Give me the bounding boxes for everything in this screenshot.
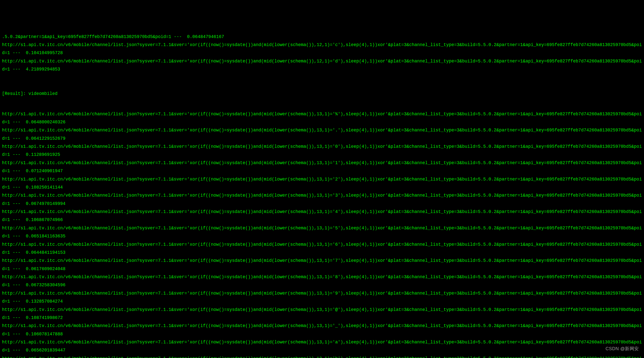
log-line: http://s1.api.tv.itc.cn/v6/mobile/channe… <box>2 142 642 159</box>
log-line: http://s1.api.tv.itc.cn/v6/mobile/channe… <box>2 191 642 208</box>
log-line: http://s1.api.tv.itc.cn/v6/mobile/channe… <box>2 322 642 338</box>
blank-line <box>2 73 642 81</box>
log-line: http://s1.api.tv.itc.cn/v6/mobile/channe… <box>2 57 642 74</box>
log-line: http://s1.api.tv.itc.cn/v6/mobile/channe… <box>2 126 642 142</box>
result-line: [Result]: videombiled <box>2 90 642 98</box>
log-line: http://s1.api.tv.itc.cn/v6/mobile/channe… <box>2 159 642 175</box>
log-line: http://s1.api.tv.itc.cn/v6/mobile/channe… <box>2 257 642 273</box>
log-line: .5.0.2&partner=1&api_key=695fe827ffeb7d7… <box>2 33 642 41</box>
log-line: http://s1.api.tv.itc.cn/v6/mobile/channe… <box>2 110 642 126</box>
log-line: http://s1.api.tv.itc.cn/v6/mobile/channe… <box>2 273 642 289</box>
log-line: http://s1.api.tv.itc.cn/v6/mobile/channe… <box>2 240 642 257</box>
log-line: http://s1.api.tv.itc.cn/v6/mobile/channe… <box>2 224 642 240</box>
log-line: http://s1.api.tv.itc.cn/v6/mobile/channe… <box>2 208 642 224</box>
log-line: http://s1.api.tv.itc.cn/v6/mobile/channe… <box>2 354 642 358</box>
log-line: http://s1.api.tv.itc.cn/v6/mobile/channe… <box>2 175 642 192</box>
log-line: http://s1.api.tv.itc.cn/v6/mobile/channe… <box>2 41 642 57</box>
log-line: http://s1.api.tv.itc.cn/v6/mobile/channe… <box>2 338 642 354</box>
log-line: http://s1.api.tv.itc.cn/v6/mobile/channe… <box>2 289 642 306</box>
log-line: http://s1.api.tv.itc.cn/v6/mobile/channe… <box>2 306 642 322</box>
blank-line <box>2 102 642 110</box>
terminal-output: .5.0.2&partner=1&api_key=695fe827ffeb7d7… <box>2 33 642 358</box>
